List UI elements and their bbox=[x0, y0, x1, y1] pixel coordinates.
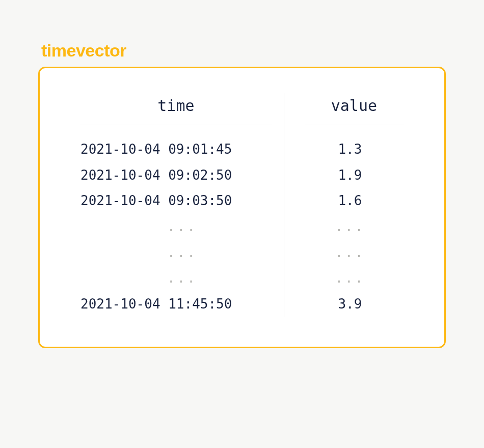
time-column-header: time bbox=[80, 93, 272, 125]
ellipsis: ... bbox=[284, 265, 416, 291]
ellipsis: ... bbox=[68, 265, 284, 291]
value-cell: 1.9 bbox=[284, 162, 416, 188]
ellipsis: ... bbox=[284, 214, 416, 240]
timevector-panel: time 2021-10-04 09:01:45 2021-10-04 09:0… bbox=[38, 67, 446, 348]
value-column-header: value bbox=[305, 93, 404, 125]
ellipsis: ... bbox=[68, 240, 284, 266]
value-column: value 1.3 1.9 1.6 ... ... ... 3.9 bbox=[284, 93, 416, 317]
ellipsis: ... bbox=[284, 240, 416, 266]
panel-title: timevector bbox=[41, 41, 446, 61]
time-cell: 2021-10-04 09:03:50 bbox=[68, 188, 284, 214]
value-cell: 1.6 bbox=[284, 188, 416, 214]
time-cell: 2021-10-04 09:01:45 bbox=[68, 136, 284, 162]
ellipsis: ... bbox=[68, 214, 284, 240]
time-cell: 2021-10-04 09:02:50 bbox=[68, 162, 284, 188]
value-cell: 1.3 bbox=[284, 136, 416, 162]
time-column: time 2021-10-04 09:01:45 2021-10-04 09:0… bbox=[68, 93, 284, 317]
data-table: time 2021-10-04 09:01:45 2021-10-04 09:0… bbox=[68, 93, 416, 317]
time-cell: 2021-10-04 11:45:50 bbox=[68, 291, 284, 317]
value-cell: 3.9 bbox=[284, 291, 416, 317]
